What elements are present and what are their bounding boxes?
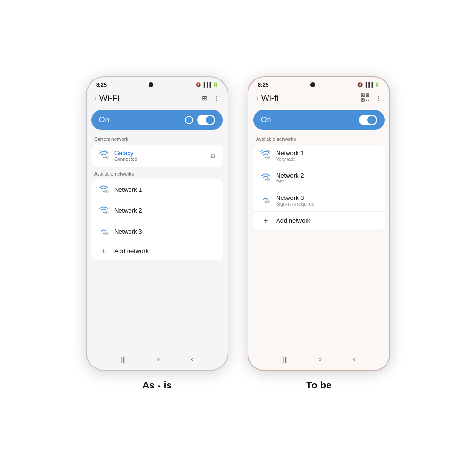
back-arrow-2[interactable]: ‹ [256,94,258,102]
gear-icon-1[interactable]: ⚙ [210,152,216,159]
svg-rect-18 [366,99,367,99]
network-item-2-2[interactable]: Network 2 fast [253,167,385,189]
nav-back-icon-1[interactable]: ‹ [191,356,193,363]
toggle-switch-1[interactable] [197,115,215,125]
status-time-2: 8:25 [258,82,268,88]
toggle-switch-2[interactable] [359,115,377,125]
screen-content-2: ‹ Wi-fi [248,89,389,370]
wifi-on-label-1: On [99,116,109,124]
network-name-2-1: Network 2 [114,207,216,214]
network-info-2-1: Network 2 [114,207,216,214]
network-info-3-1: Network 3 [114,228,216,235]
status-icons-1: 🔇 ▐▐▐ 🔋 [196,82,218,87]
phone1: 8:25 🔇 ▐▐▐ 🔋 ‹ Wi-Fi ⊞ ⋮ [86,76,228,371]
wifi-qr-icon-1[interactable]: ⊞ [202,94,208,102]
menu-icon-2[interactable]: ⋮ [375,94,382,102]
svg-rect-24 [268,157,268,159]
network-item-3-2[interactable]: Network 3 Sign-in is required [253,189,385,212]
wifi-signal-icon-1 [98,150,109,161]
svg-rect-29 [268,201,268,203]
network-speed-3-2: Sign-in is required [276,201,378,207]
nav-home-icon-1[interactable]: ○ [157,356,160,363]
toggle-circle-outline-1 [185,116,193,124]
phone2: 8:25 🔇 ▐▐▐ 🔋 ‹ Wi-fi [248,76,390,371]
app-header-2: ‹ Wi-fi [248,89,389,107]
nav-menu-icon-1[interactable]: ||| [121,356,126,363]
network-speed-2-2: fast [276,179,378,184]
network-name-2-2: Network 2 [276,172,378,179]
network-info-3-2: Network 3 Sign-in is required [276,194,378,207]
nav-back-icon-2[interactable]: ‹ [353,356,355,363]
bars-icon-2: ▐▐▐ [364,82,373,87]
status-icons-2: 🔇 ▐▐▐ 🔋 [357,82,380,87]
label-to-be: To be [306,380,331,391]
current-network-info-1: Galaxy Connected [114,149,205,162]
phones-container: 8:25 🔇 ▐▐▐ 🔋 ‹ Wi-Fi ⊞ ⋮ [86,76,390,391]
phone2-wrapper: 8:25 🔇 ▐▐▐ 🔋 ‹ Wi-fi [248,76,390,391]
header-icons-1: ⊞ ⋮ [202,94,220,102]
svg-rect-8 [106,212,107,213]
network-speed-1-2: Very fast [276,157,378,162]
svg-rect-17 [362,99,364,100]
wifi-icon-n1-1 [98,184,109,195]
current-network-label-1: Current network [87,133,228,144]
current-network-item-1[interactable]: Galaxy Connected ⚙ [91,145,223,167]
app-header-1: ‹ Wi-Fi ⊞ ⋮ [87,89,228,107]
svg-rect-11 [106,233,107,234]
wifi-icon-n2-2 [260,172,271,183]
nav-home-icon-2[interactable]: ○ [318,356,322,363]
add-icon-2: + [260,217,271,225]
current-network-status-1: Connected [114,157,205,162]
network-item-2-1[interactable]: Network 2 [91,200,223,221]
add-network-label-1: Add network [114,248,149,255]
available-networks-label-1: Available networks [87,168,228,178]
wifi-toggle-bar-1[interactable]: On [91,110,223,130]
svg-rect-7 [106,212,106,213]
add-network-item-2[interactable]: + Add network [253,212,385,230]
svg-rect-26 [268,179,268,180]
header-left-1: ‹ Wi-Fi [94,93,119,103]
wifi-icon-n2-1 [98,205,109,216]
qr-icon-2[interactable] [361,93,369,103]
nav-menu-icon-2[interactable]: ||| [283,356,288,363]
signal-icon-2: 🔇 [357,82,363,87]
network-info-1-1: Network 1 [114,186,216,193]
bottom-nav-1: ||| ○ ‹ [87,350,228,370]
add-network-item-1[interactable]: + Add network [91,242,223,260]
add-icon-1: + [98,247,109,256]
available-networks-label-2: Available networks [248,133,389,144]
add-network-label-2: Add network [276,217,310,224]
camera-notch-1 [149,82,153,87]
wifi-toggle-bar-2[interactable]: On [253,110,385,130]
svg-rect-4 [106,191,106,192]
svg-rect-19 [367,99,369,99]
wifi-icon-n3-1 [98,226,109,237]
current-network-name-1: Galaxy [114,149,205,157]
label-as-is: As - is [142,380,172,391]
svg-rect-13 [362,94,364,96]
network-item-1-1[interactable]: Network 1 [91,179,223,200]
svg-rect-20 [366,100,367,101]
svg-rect-10 [106,233,106,234]
svg-rect-30 [268,202,268,203]
svg-rect-21 [368,100,369,101]
status-bar-1: 8:25 🔇 ▐▐▐ 🔋 [87,77,228,89]
network-info-2-2: Network 2 fast [276,172,378,184]
back-arrow-1[interactable]: ‹ [94,94,97,102]
battery-icon-2: 🔋 [375,82,380,87]
menu-icon-1[interactable]: ⋮ [213,94,220,102]
toggle-circle-1 [206,116,214,124]
svg-rect-15 [367,94,368,96]
status-time-1: 8:25 [96,82,107,88]
network-item-1-2[interactable]: Network 1 Very fast [253,145,385,167]
screen-content-1: ‹ Wi-Fi ⊞ ⋮ On [87,89,228,370]
page-title-2: Wi-fi [261,93,278,103]
phone1-wrapper: 8:25 🔇 ▐▐▐ 🔋 ‹ Wi-Fi ⊞ ⋮ [86,76,228,391]
svg-rect-5 [106,191,107,192]
bottom-nav-2: ||| ○ ‹ [248,350,389,370]
network-item-3-1[interactable]: Network 3 [91,221,223,242]
status-bar-2: 8:25 🔇 ▐▐▐ 🔋 [248,77,389,89]
header-icons-2: ⋮ [361,93,382,103]
header-left-2: ‹ Wi-fi [256,93,278,103]
available-list-1: Network 1 [91,179,223,260]
